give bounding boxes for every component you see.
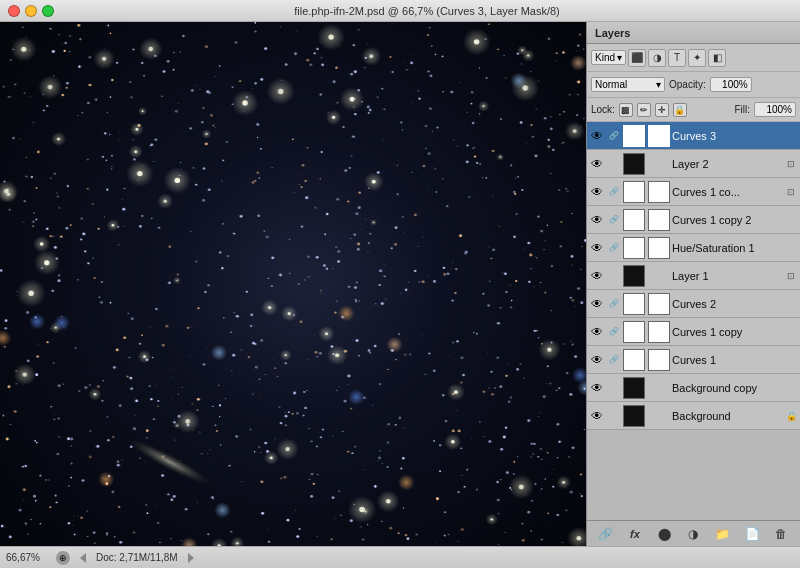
layer-name-curves1co: Curves 1 co... (672, 186, 782, 198)
filter-type-icon[interactable]: T (668, 49, 686, 67)
chain-icon-curves1copy2[interactable]: 🔗 (607, 213, 621, 227)
layers-options: Normal ▾ Opacity: 100% (587, 72, 800, 98)
filter-smart-icon[interactable]: ◧ (708, 49, 726, 67)
lock-label: Lock: (591, 104, 615, 115)
fill-label: Fill: (734, 104, 750, 115)
layer-row-curves1[interactable]: 👁🔗Curves 1 (587, 346, 800, 374)
window-controls[interactable] (8, 5, 54, 17)
visibility-icon-bg[interactable]: 👁 (589, 408, 605, 424)
layers-bottom-toolbar: 🔗 fx ⬤ ◑ 📁 📄 🗑 (587, 520, 800, 546)
new-layer-icon[interactable]: 📄 (742, 524, 762, 544)
layer-thumb-bg (623, 405, 645, 427)
visibility-icon-curves1copy2[interactable]: 👁 (589, 212, 605, 228)
layer-row-layer2[interactable]: 👁Layer 2⊡ (587, 150, 800, 178)
lock-all-icon[interactable]: 🔒 (673, 103, 687, 117)
layers-lock-row: Lock: ▩ ✏ ✛ 🔒 Fill: 100% (587, 98, 800, 122)
link-icon[interactable]: 🔗 (596, 524, 616, 544)
canvas-area[interactable] (0, 22, 586, 546)
layer-row-huesat[interactable]: 👁🔗Hue/Saturation 1 (587, 234, 800, 262)
new-group-icon[interactable]: 📁 (713, 524, 733, 544)
lock-paint-icon[interactable]: ✏ (637, 103, 651, 117)
right-arrow (188, 553, 194, 563)
opacity-input[interactable]: 100% (710, 77, 752, 92)
visibility-icon-curves2[interactable]: 👁 (589, 296, 605, 312)
visibility-icon-layer1[interactable]: 👁 (589, 268, 605, 284)
chain-icon-curves1[interactable]: 🔗 (607, 353, 621, 367)
layer-name-bg: Background (672, 410, 782, 422)
layer-mask-curves1co (648, 181, 670, 203)
minimize-button[interactable] (25, 5, 37, 17)
layer-row-bgcopy[interactable]: 👁Background copy (587, 374, 800, 402)
filter-shape-icon[interactable]: ✦ (688, 49, 706, 67)
zoom-toggle-icon[interactable]: ⊕ (56, 551, 70, 565)
layer-mask-curves1copy2 (648, 209, 670, 231)
galaxy-canvas (0, 22, 586, 546)
main-content: Layers Kind ▾ ⬛ ◑ T ✦ ◧ Normal ▾ Opacity… (0, 22, 800, 546)
left-arrow (80, 553, 86, 563)
title-bar: file.php-ifn-2M.psd @ 66,7% (Curves 3, L… (0, 0, 800, 22)
layer-thumb-layer1 (623, 265, 645, 287)
layer-name-curves1copy: Curves 1 copy (672, 326, 798, 338)
doc-size: Doc: 2,71M/11,8M (96, 552, 178, 563)
opacity-label: Opacity: (669, 79, 706, 90)
layer-thumb-curves3 (623, 125, 645, 147)
close-button[interactable] (8, 5, 20, 17)
visibility-icon-layer2[interactable]: 👁 (589, 156, 605, 172)
maximize-button[interactable] (42, 5, 54, 17)
delete-layer-icon[interactable]: 🗑 (771, 524, 791, 544)
smart-object-badge-layer2: ⊡ (784, 157, 798, 171)
layers-toolbar: Kind ▾ ⬛ ◑ T ✦ ◧ (587, 44, 800, 72)
fill-input[interactable]: 100% (754, 102, 796, 117)
fx-icon[interactable]: fx (625, 524, 645, 544)
layer-row-curves3[interactable]: 👁🔗Curves 3 (587, 122, 800, 150)
chain-icon-curves3[interactable]: 🔗 (607, 129, 621, 143)
chain-icon-huesat[interactable]: 🔗 (607, 241, 621, 255)
layer-mask-curves1 (648, 349, 670, 371)
layer-thumb-curves2 (623, 293, 645, 315)
lock-move-icon[interactable]: ✛ (655, 103, 669, 117)
layer-name-curves3: Curves 3 (672, 130, 798, 142)
layer-row-bg[interactable]: 👁Background🔒 (587, 402, 800, 430)
layer-thumb-layer2 (623, 153, 645, 175)
lock-transparency-icon[interactable]: ▩ (619, 103, 633, 117)
layer-thumb-bgcopy (623, 377, 645, 399)
visibility-icon-curves3[interactable]: 👁 (589, 128, 605, 144)
layer-row-curves1copy2[interactable]: 👁🔗Curves 1 copy 2 (587, 206, 800, 234)
visibility-icon-huesat[interactable]: 👁 (589, 240, 605, 256)
adjustment-layer-icon[interactable]: ◑ (683, 524, 703, 544)
layer-row-curves1copy[interactable]: 👁🔗Curves 1 copy (587, 318, 800, 346)
filter-adjust-icon[interactable]: ◑ (648, 49, 666, 67)
lock-badge-bg: 🔒 (784, 409, 798, 423)
layer-name-bgcopy: Background copy (672, 382, 798, 394)
layers-panel: Layers Kind ▾ ⬛ ◑ T ✦ ◧ Normal ▾ Opacity… (586, 22, 800, 546)
visibility-icon-bgcopy[interactable]: 👁 (589, 380, 605, 396)
kind-dropdown[interactable]: Kind ▾ (591, 50, 626, 65)
layer-row-curves2[interactable]: 👁🔗Curves 2 (587, 290, 800, 318)
status-bar: 66,67% ⊕ Doc: 2,71M/11,8M (0, 546, 800, 568)
chain-icon-curves1co[interactable]: 🔗 (607, 185, 621, 199)
layer-row-curves1co[interactable]: 👁🔗Curves 1 co...⊡ (587, 178, 800, 206)
layer-name-layer2: Layer 2 (672, 158, 782, 170)
chain-icon-curves2[interactable]: 🔗 (607, 297, 621, 311)
layer-mask-huesat (648, 237, 670, 259)
new-fill-layer-icon[interactable]: ⬤ (654, 524, 674, 544)
visibility-icon-curves1[interactable]: 👁 (589, 352, 605, 368)
layer-row-layer1[interactable]: 👁Layer 1⊡ (587, 262, 800, 290)
layer-thumb-curves1copy (623, 321, 645, 343)
layer-mask-curves3 (648, 125, 670, 147)
visibility-icon-curves1copy[interactable]: 👁 (589, 324, 605, 340)
visibility-icon-curves1co[interactable]: 👁 (589, 184, 605, 200)
layer-name-curves1: Curves 1 (672, 354, 798, 366)
blend-mode-dropdown[interactable]: Normal ▾ (591, 77, 665, 92)
chain-icon-curves1copy[interactable]: 🔗 (607, 325, 621, 339)
window-title: file.php-ifn-2M.psd @ 66,7% (Curves 3, L… (62, 5, 792, 17)
layer-thumb-curves1copy2 (623, 209, 645, 231)
smart-object-badge-layer1: ⊡ (784, 269, 798, 283)
layer-name-layer1: Layer 1 (672, 270, 782, 282)
layers-panel-title: Layers (587, 22, 800, 44)
filter-pixel-icon[interactable]: ⬛ (628, 49, 646, 67)
layer-mask-curves1copy (648, 321, 670, 343)
layers-list[interactable]: 👁🔗Curves 3👁Layer 2⊡👁🔗Curves 1 co...⊡👁🔗Cu… (587, 122, 800, 520)
layer-name-curves2: Curves 2 (672, 298, 798, 310)
layer-thumb-curves1co (623, 181, 645, 203)
